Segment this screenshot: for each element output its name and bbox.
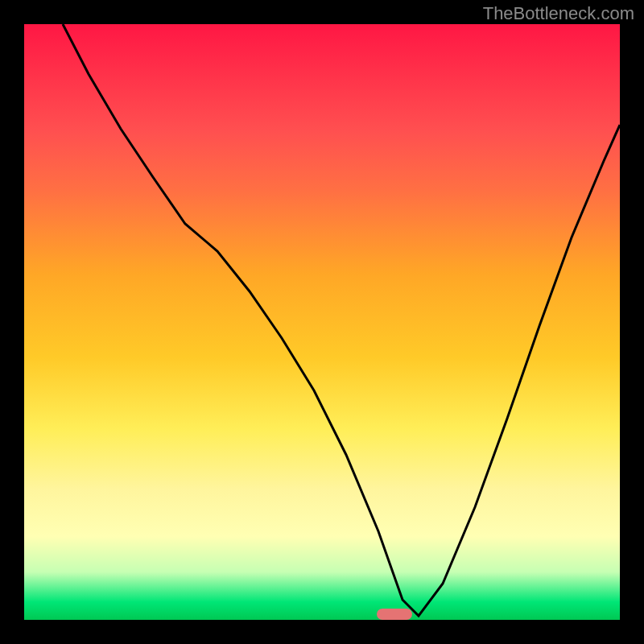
curve-line xyxy=(24,24,620,620)
chart-plot-area xyxy=(24,24,620,620)
optimal-marker-pill xyxy=(377,609,412,620)
watermark-text: TheBottleneck.com xyxy=(483,3,634,24)
